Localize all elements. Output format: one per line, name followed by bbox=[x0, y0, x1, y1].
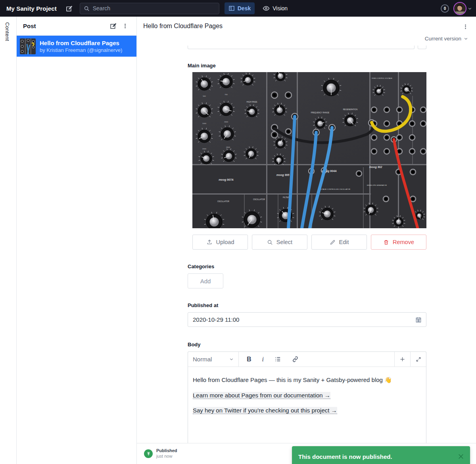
photo-label: OSCILLATOR bbox=[217, 200, 229, 202]
publish-status-label: Published bbox=[156, 448, 177, 454]
clipped-field-input[interactable] bbox=[188, 46, 415, 49]
add-category-button[interactable]: Add bbox=[188, 273, 223, 288]
clipped-field-button[interactable] bbox=[418, 46, 426, 49]
bold-button[interactable]: B bbox=[247, 356, 251, 363]
desk-icon bbox=[228, 5, 235, 11]
upload-icon bbox=[206, 239, 213, 245]
trash-icon bbox=[383, 239, 389, 245]
select-button[interactable]: Select bbox=[252, 235, 307, 250]
publish-status-icon bbox=[144, 449, 153, 458]
eye-icon bbox=[263, 5, 270, 12]
compose-icon bbox=[110, 23, 117, 29]
content-rail: Content bbox=[0, 17, 17, 464]
post-list-header: Post bbox=[17, 17, 136, 36]
photo-label: VOLTAGE CONTROLLED OSCILLATOR bbox=[319, 188, 350, 190]
calendar-button[interactable] bbox=[411, 317, 426, 323]
photo-dial-label: 700 bbox=[225, 94, 228, 95]
vision-label: Vision bbox=[273, 5, 288, 11]
rail-item-content[interactable]: Content bbox=[4, 22, 10, 41]
document-menu-button[interactable] bbox=[459, 21, 471, 32]
expand-editor-button[interactable] bbox=[410, 352, 426, 367]
editor-toolbar: Normal B i bbox=[188, 352, 426, 367]
body-editor: Normal B i bbox=[188, 351, 426, 443]
kebab-icon bbox=[463, 24, 468, 30]
chevron-down-icon[interactable] bbox=[468, 6, 472, 11]
body-paragraph[interactable]: Hello from Cloudflare Pages — this is my… bbox=[193, 376, 421, 384]
upload-label: Upload bbox=[216, 239, 234, 245]
sanity-studio: My Sanity Project Desk Vision 0 bbox=[0, 0, 476, 464]
image-actions: Upload Select Edit bbox=[192, 235, 426, 250]
search-input[interactable] bbox=[93, 5, 208, 11]
bullet-list-button[interactable] bbox=[274, 356, 281, 363]
body-label: Body bbox=[188, 342, 201, 348]
style-selector-value: Normal bbox=[193, 356, 212, 363]
photo-dial-label: 1000 bbox=[202, 122, 206, 124]
edit-label: Edit bbox=[339, 239, 349, 245]
list-item-text: Hello from Cloudflare Pages by Kristian … bbox=[40, 40, 122, 53]
body-link[interactable]: Learn more about Pages from our document… bbox=[193, 392, 330, 399]
navbar-right: 0 bbox=[441, 2, 472, 15]
document-form: Main image bbox=[137, 46, 476, 443]
notification-badge[interactable]: 0 bbox=[441, 4, 449, 13]
published-at-label: Published at bbox=[188, 302, 218, 308]
search-icon bbox=[267, 239, 273, 245]
tab-vision[interactable]: Vision bbox=[259, 2, 292, 14]
tab-desk[interactable]: Desk bbox=[225, 2, 255, 14]
publish-status-time: just now bbox=[156, 454, 177, 459]
photo-label: FREQUENCY RANGE bbox=[311, 112, 329, 114]
published-at-input[interactable] bbox=[188, 316, 411, 323]
post-list-pane: Post Hello from Cloudflare Pages by Kris… bbox=[17, 17, 137, 464]
photo-label: OSCILLATOR bbox=[253, 199, 265, 200]
version-selector[interactable]: Current version bbox=[425, 36, 468, 42]
calendar-icon bbox=[415, 317, 422, 323]
version-label: Current version bbox=[425, 36, 461, 42]
photo-label: FIXED CONTROL VOLTAGE bbox=[372, 77, 392, 79]
expand-icon bbox=[416, 357, 421, 362]
project-title: My Sanity Project bbox=[6, 5, 57, 12]
photo-label: REGENERATION bbox=[343, 109, 357, 111]
photo-label: moog 902 bbox=[369, 166, 382, 169]
photo-dial-label: 2000 bbox=[202, 148, 206, 150]
search-bar[interactable] bbox=[80, 3, 219, 14]
published-at-field bbox=[188, 312, 426, 327]
photo-dial-label: 1600 bbox=[224, 121, 228, 123]
categories-label: Categories bbox=[188, 264, 214, 269]
close-icon[interactable] bbox=[457, 453, 464, 460]
compose-button[interactable] bbox=[64, 3, 75, 14]
bullet-list-icon bbox=[274, 356, 281, 363]
style-selector[interactable]: Normal bbox=[188, 352, 239, 367]
select-label: Select bbox=[276, 239, 292, 245]
photo-dial-label: 2600 bbox=[226, 146, 230, 148]
desk-label: Desk bbox=[238, 5, 251, 11]
list-item[interactable]: Hello from Cloudflare Pages by Kristian … bbox=[17, 36, 136, 57]
pane-menu-button[interactable] bbox=[119, 20, 131, 32]
pane-title: Post bbox=[23, 23, 36, 29]
document-pane: Hello from Cloudflare Pages Current vers… bbox=[137, 17, 476, 464]
photo-label: moog 995 bbox=[276, 174, 290, 177]
editor-content[interactable]: Hello from Cloudflare Pages — this is my… bbox=[188, 367, 426, 414]
document-title: Hello from Cloudflare Pages bbox=[143, 23, 223, 30]
upload-button[interactable]: Upload bbox=[192, 235, 248, 250]
avatar[interactable] bbox=[453, 2, 466, 15]
photo-dial-label: 500 bbox=[203, 95, 206, 97]
main-image-photo[interactable]: HIGH PASS FREQUENCY RANGE REGENERATION F… bbox=[192, 72, 426, 228]
top-navbar: My Sanity Project Desk Vision 0 bbox=[0, 0, 476, 17]
edit-button[interactable]: Edit bbox=[311, 235, 367, 250]
link-icon bbox=[292, 356, 299, 363]
chevron-down-icon bbox=[229, 357, 234, 361]
photo-label: ENVELOPE GENERATOR bbox=[367, 184, 387, 186]
link-button[interactable] bbox=[292, 356, 299, 363]
italic-button[interactable]: i bbox=[262, 356, 264, 363]
body-link[interactable]: Say hey on Twitter if you're checking ou… bbox=[193, 407, 337, 414]
remove-label: Remove bbox=[393, 239, 414, 245]
toast-success: This document is now published. bbox=[292, 446, 470, 464]
list-item-title: Hello from Cloudflare Pages bbox=[40, 40, 122, 46]
publish-status: Published just now bbox=[156, 448, 177, 459]
document-header: Hello from Cloudflare Pages Current vers… bbox=[137, 17, 476, 46]
photo-label: HIGH PASS bbox=[247, 101, 258, 103]
document-thumbnail bbox=[20, 38, 36, 54]
remove-button[interactable]: Remove bbox=[371, 235, 426, 250]
plus-icon bbox=[399, 356, 405, 362]
insert-block-button[interactable] bbox=[394, 352, 410, 367]
new-document-button[interactable] bbox=[107, 20, 119, 32]
